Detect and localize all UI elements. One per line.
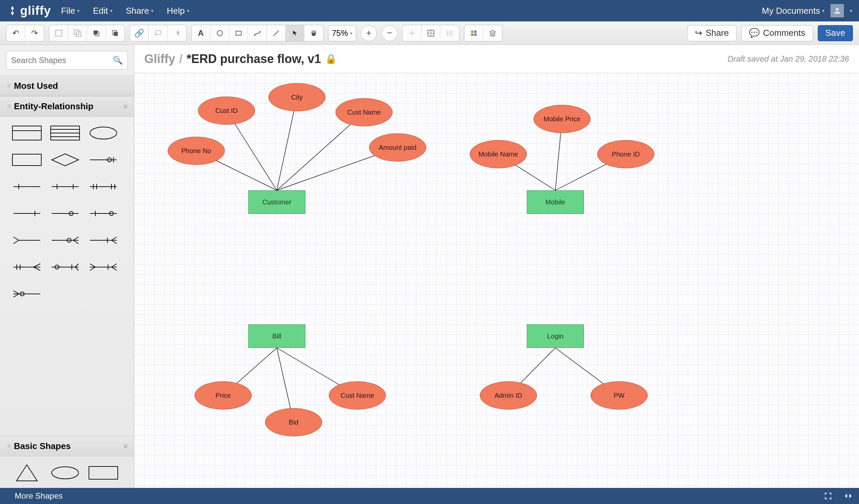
menu-share[interactable]: Share▾: [126, 6, 153, 16]
er-crowfoot-circle[interactable]: [48, 232, 82, 249]
search-shapes[interactable]: 🔍: [6, 51, 128, 70]
undo-button[interactable]: ↶: [6, 25, 25, 41]
menu-help[interactable]: Help▾: [167, 6, 189, 16]
distribute-button[interactable]: [440, 25, 459, 41]
attribute-node[interactable]: City: [269, 83, 326, 111]
er-entity-shape[interactable]: [10, 125, 44, 141]
search-input[interactable]: [11, 56, 113, 65]
attribute-node[interactable]: Admin ID: [480, 381, 537, 409]
attribute-node[interactable]: Phone No: [168, 137, 225, 165]
attribute-node[interactable]: Mobile Price: [533, 105, 590, 133]
entity-login[interactable]: Login: [527, 325, 584, 348]
menu-file[interactable]: File▾: [61, 6, 79, 16]
expand-right-icon[interactable]: [844, 490, 856, 502]
comments-button[interactable]: 💬Comments: [741, 25, 813, 41]
attribute-node[interactable]: Cust Name: [335, 98, 393, 126]
svg-point-7: [217, 31, 223, 36]
ungroup-button[interactable]: [68, 25, 87, 41]
grip-icon: ≡: [7, 443, 10, 450]
ellipse-tool[interactable]: [210, 25, 229, 41]
er-line-one-one[interactable]: [48, 178, 82, 195]
er-line-circle-bar[interactable]: [87, 152, 120, 168]
er-crowfoot-left[interactable]: [10, 232, 44, 249]
more-shapes-link[interactable]: More Shapes: [15, 491, 63, 501]
attribute-node[interactable]: Phone ID: [597, 140, 654, 168]
section-most-used[interactable]: ≡ Most Used: [0, 76, 134, 96]
er-relationship-shape[interactable]: [48, 152, 82, 168]
ellipse-shape[interactable]: [48, 464, 82, 481]
snap-grid-button[interactable]: [403, 25, 421, 41]
er-crowfoot-one[interactable]: [87, 232, 120, 249]
my-documents-link[interactable]: My Documents▾: [762, 6, 825, 16]
save-button[interactable]: Save: [818, 25, 853, 41]
section-basic-shapes[interactable]: ≡ Basic Shapes ×: [0, 436, 134, 456]
er-line-circle[interactable]: [48, 205, 82, 222]
canvas-header: Gliffy / *ERD purchase flow, v1 🔒 Draft …: [134, 45, 859, 73]
rectangle-tool[interactable]: [229, 25, 248, 41]
connector-tool[interactable]: [248, 25, 267, 41]
er-many-many[interactable]: [87, 259, 120, 275]
menu-edit[interactable]: Edit▾: [93, 6, 112, 16]
er-line-circle-one[interactable]: [87, 205, 120, 222]
redo-button[interactable]: ↷: [25, 25, 44, 41]
er-attribute-shape[interactable]: [87, 125, 120, 141]
er-line-plain[interactable]: [10, 205, 44, 222]
zoom-out-button[interactable]: −: [381, 25, 397, 41]
attribute-node[interactable]: Price: [195, 381, 252, 409]
comment-icon: 💬: [749, 28, 760, 38]
svg-marker-84: [16, 465, 37, 481]
main: 🔍 ≡ Most Used ≡ Entity-Relationship ×: [0, 45, 859, 488]
svg-rect-0: [56, 30, 62, 36]
svg-line-72: [75, 264, 78, 267]
close-icon[interactable]: ×: [123, 442, 128, 451]
send-back-button[interactable]: [106, 25, 124, 41]
canvas[interactable]: CustomerMobileBillLoginPhone NoCust IDCi…: [134, 73, 859, 488]
user-avatar[interactable]: [830, 4, 844, 17]
fit-window-icon[interactable]: [822, 490, 834, 502]
popup-button[interactable]: [167, 25, 186, 41]
er-many-circle[interactable]: [48, 259, 82, 275]
layers-button[interactable]: [483, 25, 502, 41]
attribute-node[interactable]: Cust ID: [198, 96, 255, 125]
pointer-tool[interactable]: [286, 25, 304, 41]
zoom-in-button[interactable]: +: [361, 25, 377, 41]
attribute-node[interactable]: Cust Name: [329, 381, 386, 409]
section-entity-relationship[interactable]: ≡ Entity-Relationship ×: [0, 96, 134, 116]
entity-mobile[interactable]: Mobile: [527, 190, 584, 214]
triangle-shape[interactable]: [10, 464, 44, 481]
link-button[interactable]: 🔗: [130, 25, 149, 41]
attribute-node[interactable]: Bid: [265, 408, 322, 436]
attribute-node[interactable]: Amount paid: [369, 133, 426, 161]
group-button[interactable]: [49, 25, 68, 41]
er-rect-shape[interactable]: [10, 152, 44, 168]
er-line-many-one[interactable]: [87, 178, 120, 195]
entity-bill[interactable]: Bill: [248, 325, 305, 348]
er-circle-many[interactable]: [10, 285, 44, 302]
close-icon[interactable]: ×: [123, 102, 128, 111]
er-entity-rows-shape[interactable]: [48, 125, 82, 141]
document-title[interactable]: *ERD purchase flow, v1: [186, 52, 321, 66]
svg-line-77: [111, 264, 117, 267]
entity-customer[interactable]: Customer: [248, 190, 305, 214]
share-button[interactable]: ↪Share: [687, 25, 737, 41]
svg-rect-2: [76, 32, 81, 36]
show-grid-button[interactable]: [421, 25, 440, 41]
attribute-node[interactable]: Mobile Name: [470, 140, 527, 168]
bring-front-button[interactable]: [87, 25, 106, 41]
note-button[interactable]: [149, 25, 167, 41]
grip-icon: ≡: [7, 82, 10, 90]
er-many-many-bar[interactable]: [10, 259, 44, 275]
rectangle-shape[interactable]: [87, 464, 120, 481]
attribute-node[interactable]: PW: [590, 381, 648, 409]
brand-logo[interactable]: gliffy: [7, 4, 51, 18]
line-tool[interactable]: [267, 25, 286, 41]
zoom-level[interactable]: 75%▾: [328, 25, 356, 41]
breadcrumb-root[interactable]: Gliffy: [144, 52, 175, 66]
pan-tool[interactable]: [304, 25, 323, 41]
er-line-one-left[interactable]: [10, 178, 44, 195]
text-tool[interactable]: A: [192, 25, 210, 41]
svg-rect-22: [471, 33, 473, 36]
brand-text: gliffy: [20, 4, 51, 18]
theme-button[interactable]: [464, 25, 483, 41]
svg-line-75: [90, 264, 95, 267]
